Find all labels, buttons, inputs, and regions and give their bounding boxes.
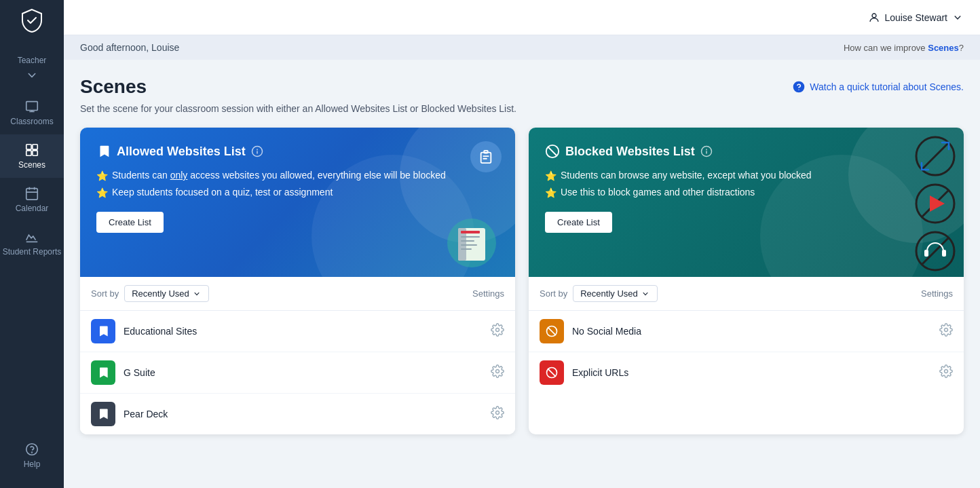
list-item: Explicit URLs: [529, 352, 964, 393]
gear-icon: [491, 406, 504, 419]
g-suite-gear[interactable]: [491, 364, 504, 381]
svg-point-23: [496, 370, 500, 373]
svg-rect-30: [942, 250, 946, 257]
allowed-sort-select[interactable]: Recently Used: [124, 285, 209, 302]
no-social-media-gear[interactable]: [939, 323, 953, 339]
allowed-card-icon-button[interactable]: [470, 141, 502, 172]
blocked-circle-1: [915, 136, 956, 176]
svg-rect-2: [33, 145, 37, 149]
allowed-card-title: Allowed Websites List: [117, 145, 246, 159]
svg-rect-17: [461, 231, 480, 233]
teacher-label: Teacher: [18, 56, 47, 65]
blocked-sort-select[interactable]: Recently Used: [573, 285, 658, 302]
sidebar-item-calendar[interactable]: Calendar: [0, 178, 64, 221]
svg-rect-5: [26, 189, 38, 200]
svg-rect-12: [481, 153, 491, 164]
sidebar-item-scenes[interactable]: Scenes: [0, 134, 64, 178]
blocked-sort-bar: Sort by Recently Used Settings: [529, 277, 964, 311]
sidebar-item-classrooms[interactable]: Classrooms: [0, 91, 64, 134]
bookmark-icon: [96, 144, 111, 159]
allowed-info-icon[interactable]: [251, 145, 263, 157]
sidebar-item-student-reports[interactable]: Student Reports: [0, 221, 64, 265]
list-item: Educational Sites: [80, 311, 515, 352]
sidebar-item-help[interactable]: Help: [0, 434, 64, 477]
g-suite-bookmark-icon: [96, 366, 110, 379]
help-icon: [24, 442, 39, 457]
improve-scenes-link[interactable]: Scenes: [928, 43, 959, 53]
improve-suffix: ?: [959, 43, 964, 53]
greeting-bar: Good afternoon, Louise How can we improv…: [64, 35, 980, 60]
blocked-settings-link[interactable]: Settings: [921, 288, 953, 299]
educational-sites-icon: [91, 319, 115, 343]
svg-rect-4: [33, 151, 37, 155]
svg-point-36: [945, 329, 948, 332]
pear-deck-name: Pear Deck: [124, 409, 491, 419]
svg-line-35: [548, 327, 556, 335]
sidebar-bottom: Help: [0, 434, 64, 488]
gear-icon: [939, 323, 953, 337]
blocked-decorative-circles: [915, 136, 956, 274]
question-circle-icon: [792, 80, 806, 94]
svg-point-8: [872, 14, 876, 18]
book-illustration: [445, 216, 499, 270]
explicit-urls-gear[interactable]: [939, 364, 953, 381]
svg-rect-0: [26, 102, 38, 111]
blocked-create-list-button[interactable]: Create List: [545, 212, 612, 233]
pear-deck-bookmark-icon: [96, 407, 110, 421]
sidebar-nav: Teacher Classrooms Scenes Calendar Stude…: [0, 48, 64, 265]
allowed-create-list-button[interactable]: Create List: [96, 212, 164, 233]
allowed-websites-card: Allowed Websites List ⭐ Students can onl…: [80, 128, 515, 434]
blocked-info-icon[interactable]: [700, 145, 713, 157]
svg-point-39: [945, 370, 948, 373]
sidebar-item-teacher-role[interactable]: Teacher: [0, 48, 64, 91]
clipboard-icon: [478, 149, 493, 164]
user-menu[interactable]: Louise Stewart: [868, 12, 964, 24]
allowed-sort-label: Sort by: [91, 288, 119, 299]
logo-icon: [20, 8, 44, 33]
blocked-bullet-1-text: Students can browse any website, except …: [561, 170, 812, 181]
blocked-circle-2: [915, 183, 956, 224]
no-social-media-icon: [540, 319, 564, 343]
no-social-blocked-icon: [545, 324, 559, 338]
svg-point-7: [32, 452, 33, 453]
svg-point-22: [496, 329, 500, 332]
sidebar-item-scenes-label: Scenes: [18, 160, 45, 170]
blocked-icon: [545, 144, 560, 159]
bookmark-list-icon: [96, 324, 110, 338]
allowed-card-header: Allowed Websites List ⭐ Students can onl…: [80, 128, 515, 277]
pear-deck-icon: [91, 402, 115, 426]
svg-rect-29: [924, 250, 928, 257]
page-header: Scenes Watch a quick tutorial about Scen…: [80, 76, 964, 98]
sidebar-item-student-reports-label: Student Reports: [3, 247, 62, 257]
tutorial-link-text: Watch a quick tutorial about Scenes.: [810, 81, 964, 92]
allowed-settings-link[interactable]: Settings: [472, 288, 504, 299]
main-area: Louise Stewart Good afternoon, Louise Ho…: [64, 0, 980, 488]
blocked-sort-value: Recently Used: [580, 288, 638, 299]
g-suite-name: G Suite: [124, 367, 491, 378]
sidebar: Teacher Classrooms Scenes Calendar Stude…: [0, 0, 64, 488]
svg-line-32: [548, 147, 557, 156]
blocked-bullet-2-text: Use this to block games and other distra…: [561, 187, 755, 198]
gear-icon: [491, 323, 504, 337]
list-item: G Suite: [80, 352, 515, 394]
allowed-sort-value: Recently Used: [132, 288, 189, 299]
topbar: Louise Stewart: [64, 0, 980, 35]
educational-sites-gear[interactable]: [491, 323, 504, 339]
sidebar-item-calendar-label: Calendar: [16, 204, 49, 213]
user-name: Louise Stewart: [884, 12, 947, 23]
app-logo: [0, 0, 64, 41]
page-title: Scenes: [80, 76, 147, 98]
blocked-sort-chevron-icon: [641, 289, 650, 299]
no-social-media-name: No Social Media: [572, 326, 939, 337]
svg-line-38: [548, 369, 556, 377]
list-item: No Social Media: [529, 311, 964, 352]
pear-deck-gear[interactable]: [491, 406, 504, 422]
gear-icon: [491, 364, 504, 378]
improve-prefix: How can we improve: [844, 43, 928, 53]
user-chevron-icon: [951, 12, 964, 24]
blocked-card-body: Sort by Recently Used Settings No So: [529, 277, 964, 393]
svg-rect-18: [461, 236, 480, 238]
svg-rect-3: [26, 151, 31, 155]
tutorial-link[interactable]: Watch a quick tutorial about Scenes.: [792, 80, 964, 94]
sidebar-item-help-label: Help: [24, 459, 41, 469]
